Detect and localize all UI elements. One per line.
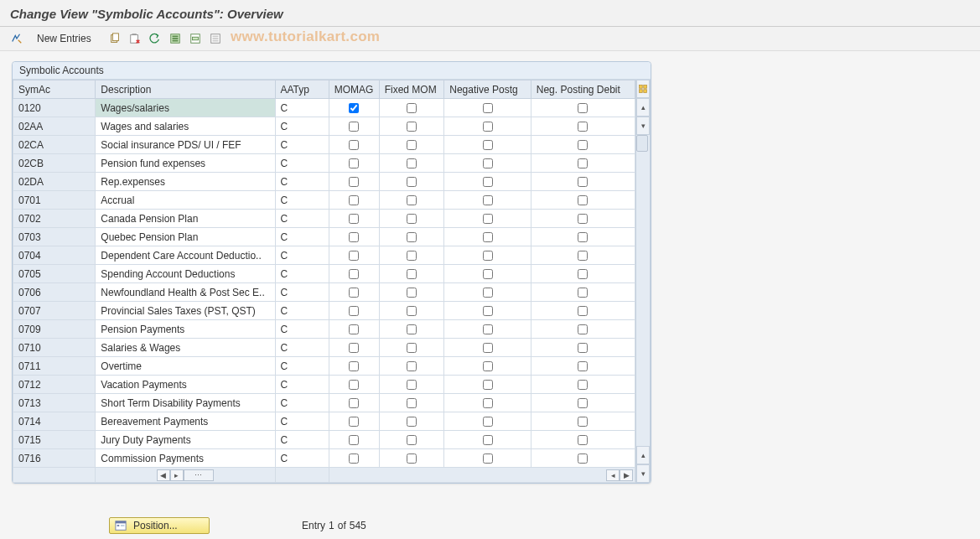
cell-momag[interactable] [329, 265, 379, 283]
cell-negdebit[interactable] [531, 431, 635, 449]
cell-description[interactable]: Jury Duty Payments [96, 431, 275, 449]
checkbox-momag[interactable] [349, 306, 359, 316]
checkbox-momag[interactable] [349, 435, 359, 445]
checkbox-momag[interactable] [349, 417, 359, 427]
cell-symac[interactable]: 0120 [13, 99, 96, 117]
checkbox-negpostg[interactable] [483, 103, 493, 113]
delete-icon[interactable] [127, 30, 143, 47]
cell-fixedmom[interactable] [379, 265, 444, 283]
checkbox-negdebit[interactable] [578, 140, 588, 150]
cell-symac[interactable]: 02AA [13, 117, 96, 136]
checkbox-fixedmom[interactable] [407, 158, 417, 168]
col-aatyp[interactable]: AATyp [275, 80, 329, 99]
cell-description[interactable]: Vacation Payments [96, 376, 275, 394]
cell-aatyp[interactable]: C [275, 154, 329, 173]
scroll-thumb[interactable] [636, 135, 648, 152]
checkbox-negdebit[interactable] [578, 251, 588, 261]
checkbox-momag[interactable] [349, 251, 359, 261]
hscroll-left-back[interactable]: ▸ [170, 469, 184, 481]
cell-momag[interactable] [329, 339, 379, 357]
checkbox-negdebit[interactable] [578, 158, 588, 168]
cell-fixedmom[interactable] [379, 302, 444, 320]
cell-fixedmom[interactable] [379, 394, 444, 412]
table-row[interactable]: 0713Short Term Disability PaymentsC [13, 394, 635, 412]
cell-momag[interactable] [329, 154, 379, 173]
select-block-icon[interactable] [187, 30, 204, 47]
cell-negpostg[interactable] [444, 210, 531, 228]
cell-fixedmom[interactable] [379, 320, 444, 339]
cell-momag[interactable] [329, 431, 379, 449]
cell-momag[interactable] [329, 99, 379, 117]
cell-symac[interactable]: 0714 [13, 412, 96, 431]
checkbox-negdebit[interactable] [578, 453, 588, 464]
cell-momag[interactable] [329, 173, 379, 191]
cell-negpostg[interactable] [444, 265, 531, 283]
cell-description[interactable]: Pension fund expenses [96, 154, 275, 173]
checkbox-fixedmom[interactable] [407, 122, 417, 132]
checkbox-negpostg[interactable] [483, 195, 493, 205]
cell-fixedmom[interactable] [379, 136, 444, 154]
table-row[interactable]: 0715Jury Duty PaymentsC [13, 431, 635, 449]
scroll-up-end-icon[interactable]: ▴ [636, 446, 650, 464]
cell-negdebit[interactable] [531, 228, 635, 246]
checkbox-fixedmom[interactable] [407, 103, 417, 113]
cell-aatyp[interactable]: C [275, 117, 329, 136]
cell-fixedmom[interactable] [379, 283, 444, 302]
cell-symac[interactable]: 0702 [13, 210, 96, 228]
new-entries-button[interactable]: New Entries [30, 31, 98, 46]
checkbox-negpostg[interactable] [483, 398, 493, 408]
checkbox-negdebit[interactable] [578, 324, 588, 334]
cell-negpostg[interactable] [444, 173, 531, 191]
checkbox-momag[interactable] [349, 361, 359, 371]
checkbox-negpostg[interactable] [483, 140, 493, 150]
cell-negdebit[interactable] [531, 449, 635, 468]
select-all-icon[interactable] [167, 30, 184, 47]
checkbox-negdebit[interactable] [578, 398, 588, 408]
table-row[interactable]: 0712Vacation PaymentsC [13, 376, 635, 394]
cell-negdebit[interactable] [531, 173, 635, 191]
cell-negdebit[interactable] [531, 339, 635, 357]
cell-fixedmom[interactable] [379, 339, 444, 357]
cell-aatyp[interactable]: C [275, 357, 329, 376]
cell-fixedmom[interactable] [379, 228, 444, 246]
cell-fixedmom[interactable] [379, 376, 444, 394]
col-fixedmom[interactable]: Fixed MOM [379, 80, 444, 99]
cell-description[interactable]: Social insurance PDS/ UI / FEF [96, 136, 275, 154]
cell-momag[interactable] [329, 376, 379, 394]
cell-symac[interactable]: 0710 [13, 339, 96, 357]
cell-aatyp[interactable]: C [275, 376, 329, 394]
cell-aatyp[interactable]: C [275, 136, 329, 154]
checkbox-negdebit[interactable] [578, 435, 588, 445]
cell-negpostg[interactable] [444, 339, 531, 357]
table-row[interactable]: 0714Bereavement PaymentsC [13, 412, 635, 431]
cell-negpostg[interactable] [444, 431, 531, 449]
cell-aatyp[interactable]: C [275, 210, 329, 228]
cell-negdebit[interactable] [531, 191, 635, 210]
cell-negdebit[interactable] [531, 246, 635, 265]
cell-negpostg[interactable] [444, 394, 531, 412]
table-row[interactable]: 0709Pension PaymentsC [13, 320, 635, 339]
cell-description[interactable]: Bereavement Payments [96, 412, 275, 431]
cell-negpostg[interactable] [444, 320, 531, 339]
scroll-down-end-icon[interactable]: ▾ [636, 464, 650, 483]
cell-fixedmom[interactable] [379, 154, 444, 173]
cell-description[interactable]: Dependent Care Account Deductio.. [96, 246, 275, 265]
checkbox-negpostg[interactable] [483, 158, 493, 168]
cell-symac[interactable]: 0701 [13, 191, 96, 210]
table-row[interactable]: 0716Commission PaymentsC [13, 449, 635, 468]
scroll-down-icon[interactable]: ▾ [636, 117, 650, 135]
checkbox-negpostg[interactable] [483, 177, 493, 187]
checkbox-negdebit[interactable] [578, 380, 588, 390]
cell-description[interactable]: Commission Payments [96, 449, 275, 468]
cell-aatyp[interactable]: C [275, 339, 329, 357]
checkbox-fixedmom[interactable] [407, 398, 417, 408]
checkbox-negdebit[interactable] [578, 177, 588, 187]
cell-negdebit[interactable] [531, 376, 635, 394]
cell-description[interactable]: Wages and salaries [96, 117, 275, 136]
checkbox-momag[interactable] [349, 158, 359, 168]
checkbox-negpostg[interactable] [483, 324, 493, 334]
table-row[interactable]: 0705Spending Account DeductionsC [13, 265, 635, 283]
position-button[interactable]: Position... [109, 517, 210, 534]
cell-symac[interactable]: 0704 [13, 246, 96, 265]
cell-aatyp[interactable]: C [275, 99, 329, 117]
